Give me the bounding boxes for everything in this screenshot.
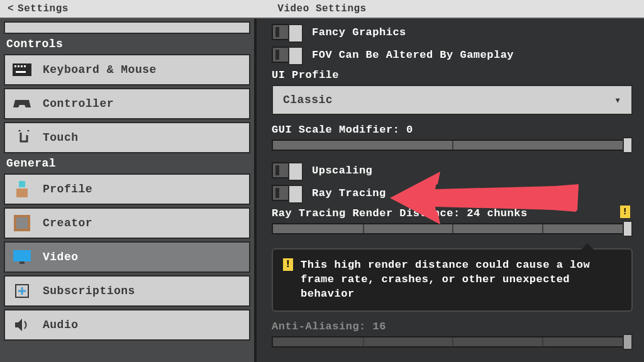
sidebar: Controls Keyboard & Mouse Controller Tou…: [0, 19, 257, 362]
toggle-label: Upscaling: [312, 165, 372, 177]
toggle-label: FOV Can Be Altered By Gameplay: [312, 49, 514, 61]
sidebar-item-subscriptions[interactable]: Subscriptions: [4, 275, 250, 307]
page-title: Video Settings: [277, 3, 366, 14]
svg-rect-5: [16, 71, 26, 73]
warning-box: ! This high render distance could cause …: [272, 248, 633, 312]
svg-rect-9: [16, 217, 28, 229]
keyboard-icon: [13, 60, 31, 79]
back-button[interactable]: < Settings: [0, 3, 69, 14]
video-settings-panel: Fancy Graphics FOV Can Be Altered By Gam…: [257, 19, 644, 362]
sidebar-item-label: Touch: [43, 131, 79, 144]
sidebar-item-label: Controller: [43, 97, 114, 110]
toggle-fancy-graphics[interactable]: [272, 24, 303, 40]
sidebar-item-label: Audio: [43, 319, 79, 331]
toggle-ray-tracing[interactable]: [272, 185, 303, 201]
subscriptions-icon: [13, 282, 31, 300]
controller-icon: [13, 94, 31, 113]
gui-scale-label: GUI Scale Modifier: 0: [272, 124, 633, 136]
anti-aliasing-label: Anti-Aliasing: 16: [272, 321, 633, 332]
select-value: Classic: [283, 94, 333, 106]
category-controls: Controls: [4, 36, 250, 54]
svg-rect-6: [19, 181, 25, 187]
svg-rect-3: [21, 65, 23, 67]
touch-icon: [13, 128, 31, 147]
sidebar-item-label: Profile: [43, 183, 92, 195]
rt-render-distance-slider[interactable]: [272, 223, 633, 234]
category-general: General: [4, 156, 250, 173]
svg-rect-7: [16, 189, 28, 197]
sidebar-item-profile[interactable]: Profile: [4, 173, 250, 205]
toggle-label: Ray Tracing: [312, 187, 386, 199]
header: < Settings Video Settings: [0, 0, 644, 19]
warning-icon: !: [283, 258, 293, 271]
creator-icon: [13, 214, 31, 233]
sidebar-item-label: Creator: [43, 217, 92, 229]
ui-profile-label: UI Profile: [272, 69, 633, 81]
back-label: Settings: [18, 3, 69, 14]
sidebar-item-video[interactable]: Video: [4, 241, 250, 273]
svg-rect-1: [14, 65, 16, 67]
chevron-left-icon: <: [8, 3, 14, 14]
toggle-label: Fancy Graphics: [312, 26, 406, 38]
ui-profile-select[interactable]: Classic ▾: [272, 85, 633, 115]
sidebar-item-label: Subscriptions: [43, 285, 135, 297]
sidebar-item-touch[interactable]: Touch: [4, 122, 250, 153]
sidebar-item-controller[interactable]: Controller: [4, 88, 250, 119]
audio-icon: [13, 315, 31, 334]
svg-rect-2: [18, 65, 19, 67]
svg-rect-4: [24, 65, 26, 67]
toggle-upscaling[interactable]: [272, 162, 303, 178]
sidebar-item-label: Video: [43, 251, 79, 263]
chevron-down-icon: ▾: [614, 93, 621, 107]
warning-icon: !: [620, 206, 630, 218]
sidebar-item-keyboard[interactable]: Keyboard & Mouse: [4, 54, 250, 85]
gui-scale-slider[interactable]: [272, 140, 633, 151]
toggle-fov-gameplay[interactable]: [272, 47, 303, 63]
rt-render-distance-label: Ray Tracing Render Distance: 24 chunks: [272, 207, 633, 219]
scrollbar-thumb[interactable]: [4, 21, 250, 34]
profile-icon: [13, 180, 31, 199]
sidebar-item-audio[interactable]: Audio: [4, 309, 250, 341]
warning-text: This high render distance could cause a …: [301, 258, 621, 302]
sidebar-item-creator[interactable]: Creator: [4, 207, 250, 239]
sidebar-item-label: Keyboard & Mouse: [43, 63, 157, 76]
svg-rect-10: [13, 250, 31, 261]
video-icon: [13, 248, 31, 266]
svg-rect-11: [19, 261, 25, 264]
anti-aliasing-slider: [272, 336, 633, 348]
